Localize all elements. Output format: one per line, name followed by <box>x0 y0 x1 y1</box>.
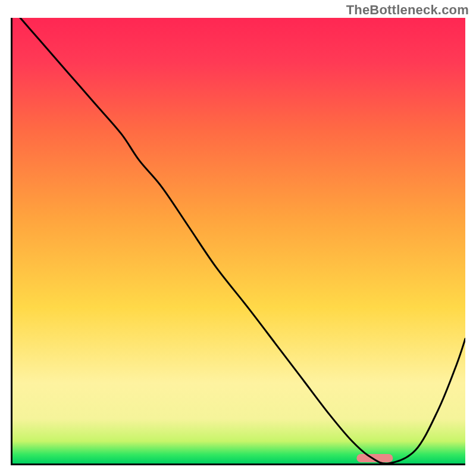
chart-plot-area <box>12 18 465 464</box>
chart-svg <box>12 18 465 464</box>
watermark-text: TheBottleneck.com <box>346 2 469 18</box>
gradient-background <box>12 18 465 464</box>
optimal-marker <box>356 454 393 462</box>
